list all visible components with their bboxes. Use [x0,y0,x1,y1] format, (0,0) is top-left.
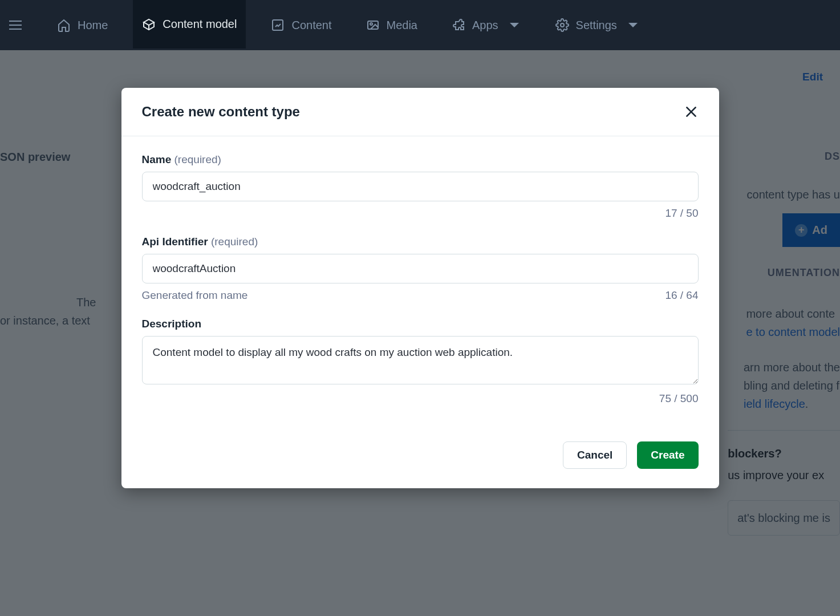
nav-settings-label: Settings [576,19,617,32]
edit-icon [271,18,285,32]
nav-content-model[interactable]: Content model [133,0,246,50]
modal-title: Create new content type [142,104,300,120]
nav-content-model-label: Content model [163,18,237,31]
media-icon [366,18,380,32]
chevron-down-icon [508,18,521,32]
name-counter: 17 / 50 [665,207,698,220]
modal-body: Name (required) 17 / 50 Api Identifier (… [121,136,719,427]
nav-media-label: Media [387,19,417,32]
name-label: Name (required) [142,153,699,166]
api-identifier-group: Api Identifier (required) Generated from… [142,236,699,302]
nav-apps-label: Apps [472,19,498,32]
puzzle-icon [452,18,465,32]
nav-settings[interactable]: Settings [546,0,649,50]
description-textarea[interactable] [142,336,699,384]
create-content-type-modal: Create new content type Name (required) … [121,88,719,488]
box-icon [142,18,156,31]
description-counter: 75 / 500 [659,392,699,405]
nav-home[interactable]: Home [48,0,117,50]
create-button[interactable]: Create [637,441,698,469]
nav-content-label: Content [291,19,331,32]
description-group: Description 75 / 500 [142,318,699,405]
nav-home-label: Home [78,19,108,32]
nav-apps[interactable]: Apps [443,0,530,50]
gear-icon [555,18,569,32]
chevron-down-icon [626,18,640,32]
top-nav: Home Content model Content Media Apps Se… [0,0,840,50]
home-icon [57,18,71,32]
cancel-button[interactable]: Cancel [563,441,627,469]
menu-hamburger-icon[interactable] [9,17,25,33]
modal-footer: Cancel Create [121,427,719,488]
api-counter: 16 / 64 [665,289,698,302]
close-icon[interactable] [684,104,699,119]
name-input[interactable] [142,172,699,201]
nav-media[interactable]: Media [357,0,427,50]
api-helper-text: Generated from name [142,289,248,302]
api-identifier-input[interactable] [142,254,699,283]
name-group: Name (required) 17 / 50 [142,153,699,220]
api-identifier-label: Api Identifier (required) [142,236,699,248]
modal-header: Create new content type [121,88,719,136]
svg-point-3 [561,23,564,27]
svg-point-2 [370,23,372,25]
nav-content[interactable]: Content [262,0,340,50]
description-label: Description [142,318,699,330]
